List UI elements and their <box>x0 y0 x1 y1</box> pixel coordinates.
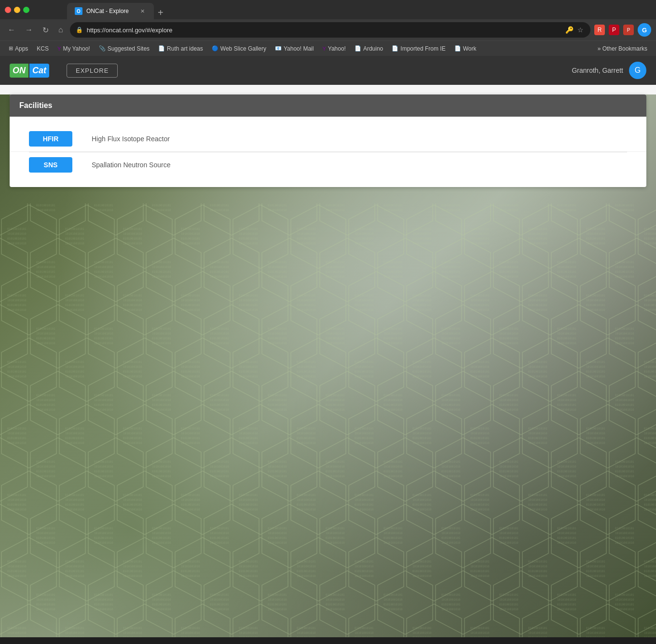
hfir-description: High Flux Isotope Reactor <box>92 135 170 143</box>
bookmark-myyahoo[interactable]: Y My Yahoo! <box>54 44 94 54</box>
bookmark-yahoo-label: Yahoo! <box>328 45 346 52</box>
browser-chrome: O ONCat - Explore ✕ + ← → ↻ ⌂ 🔒 https://… <box>0 0 656 56</box>
bookmark-yahoomail[interactable]: 📧 Yahoo! Mail <box>271 44 317 54</box>
bookmark-suggested-label: Suggested Sites <box>108 45 150 52</box>
bookmark-ruth-label: Ruth art ideas <box>167 45 203 52</box>
back-button[interactable]: ← <box>5 24 18 36</box>
browser-actions: R P P G <box>594 23 651 37</box>
bookmarks-bar: ⊞ Apps KCS Y My Yahoo! 📎 Suggested Sites… <box>0 40 656 56</box>
close-window-button[interactable] <box>5 7 11 13</box>
imported-icon: 📄 <box>392 45 398 52</box>
hfir-button[interactable]: HFIR <box>29 131 72 147</box>
new-tab-button[interactable]: + <box>154 7 167 18</box>
facility-row-hfir: HFIR High Flux Isotope Reactor <box>10 126 646 152</box>
address-bar[interactable]: 🔒 https://oncat.ornl.gov/#/explore 🔑 ☆ <box>70 22 590 38</box>
bookmark-yahoomail-label: Yahoo! Mail <box>284 45 314 52</box>
apps-icon: ⊞ <box>9 45 13 52</box>
tabs-bar: O ONCat - Explore ✕ + <box>33 3 201 19</box>
suggested-icon: 📎 <box>99 45 106 52</box>
yahoomail-icon: 📧 <box>275 45 282 52</box>
maximize-window-button[interactable] <box>23 7 29 13</box>
arduino-icon: 📄 <box>355 45 361 52</box>
star-icon[interactable]: ☆ <box>576 25 585 35</box>
yahoo-icon: Y <box>57 46 61 52</box>
bookmark-arduino-label: Arduino <box>363 45 383 52</box>
address-bar-row: ← → ↻ ⌂ 🔒 https://oncat.ornl.gov/#/explo… <box>0 19 656 40</box>
svg-rect-11 <box>0 203 656 637</box>
window-controls <box>5 7 29 13</box>
tab-favicon: O <box>75 7 82 15</box>
bookmark-webslice[interactable]: 🔵 Web Slice Gallery <box>208 44 270 54</box>
bookmark-webslice-label: Web Slice Gallery <box>220 45 266 52</box>
explore-button[interactable]: EXPLORE <box>67 64 118 78</box>
app-container: ON Cat EXPLORE Granroth, Garrett G 01010… <box>0 56 656 637</box>
bookmark-yahoo[interactable]: Y Yahoo! <box>318 44 350 54</box>
title-bar: O ONCat - Explore ✕ + <box>0 0 656 19</box>
oncat-header: ON Cat EXPLORE Granroth, Garrett G <box>0 56 656 85</box>
extension-pn[interactable]: P <box>623 25 634 35</box>
bookmark-work[interactable]: 📄 Work <box>451 44 480 54</box>
bookmark-suggested[interactable]: 📎 Suggested Sites <box>95 44 153 54</box>
work-icon: 📄 <box>454 45 461 52</box>
facility-row-sns: SNS Spallation Neutron Source <box>10 152 646 177</box>
facilities-panel: Facilities HFIR High Flux Isotope Reacto… <box>10 94 646 187</box>
active-tab[interactable]: O ONCat - Explore ✕ <box>67 3 154 19</box>
address-actions: 🔑 ☆ <box>564 25 585 35</box>
tab-close-button[interactable]: ✕ <box>138 7 146 15</box>
bookmark-kcs[interactable]: KCS <box>33 44 53 54</box>
tab-title: ONCat - Explore <box>86 8 129 14</box>
oncat-logo: ON Cat <box>10 64 49 78</box>
url-display: https://oncat.ornl.gov/#/explore <box>87 27 560 34</box>
user-avatar-browser[interactable]: G <box>638 23 651 37</box>
bookmark-work-label: Work <box>463 45 477 52</box>
facilities-header: Facilities <box>10 94 646 117</box>
logo-on: ON <box>10 64 28 78</box>
main-content: 01010010101 10101001010 01010010101 1010… <box>0 94 656 637</box>
yahoo2-icon: Y <box>322 46 326 52</box>
lock-icon: 🔒 <box>76 27 83 33</box>
other-bookmarks[interactable]: » Other Bookmarks <box>594 44 651 54</box>
ruth-icon: 📄 <box>158 45 165 52</box>
bookmark-myyahoo-label: My Yahoo! <box>63 45 90 52</box>
refresh-button[interactable]: ↻ <box>40 24 52 37</box>
bookmark-apps-label: Apps <box>15 45 28 52</box>
logo-cat: Cat <box>29 64 49 78</box>
bookmark-imported[interactable]: 📄 Imported From IE <box>388 44 449 54</box>
extension-rd[interactable]: R <box>594 25 605 35</box>
extension-pi[interactable]: P <box>609 25 619 35</box>
minimize-window-button[interactable] <box>14 7 20 13</box>
header-avatar[interactable]: G <box>629 62 646 79</box>
bookmark-imported-label: Imported From IE <box>400 45 445 52</box>
user-name: Granroth, Garrett <box>572 67 623 74</box>
sns-button[interactable]: SNS <box>29 157 72 173</box>
other-bookmarks-label: » Other Bookmarks <box>598 45 647 52</box>
bookmark-arduino[interactable]: 📄 Arduino <box>351 44 387 54</box>
forward-button[interactable]: → <box>22 24 36 36</box>
bookmark-ruth[interactable]: 📄 Ruth art ideas <box>154 44 207 54</box>
bookmark-apps[interactable]: ⊞ Apps <box>5 44 32 54</box>
bookmark-kcs-label: KCS <box>37 45 49 52</box>
header-right: Granroth, Garrett G <box>572 62 646 79</box>
home-button[interactable]: ⌂ <box>55 24 66 36</box>
sns-description: Spallation Neutron Source <box>92 161 170 169</box>
webslice-icon: 🔵 <box>212 45 219 52</box>
key-icon: 🔑 <box>564 25 574 35</box>
facilities-list: HFIR High Flux Isotope Reactor SNS Spall… <box>10 117 646 187</box>
